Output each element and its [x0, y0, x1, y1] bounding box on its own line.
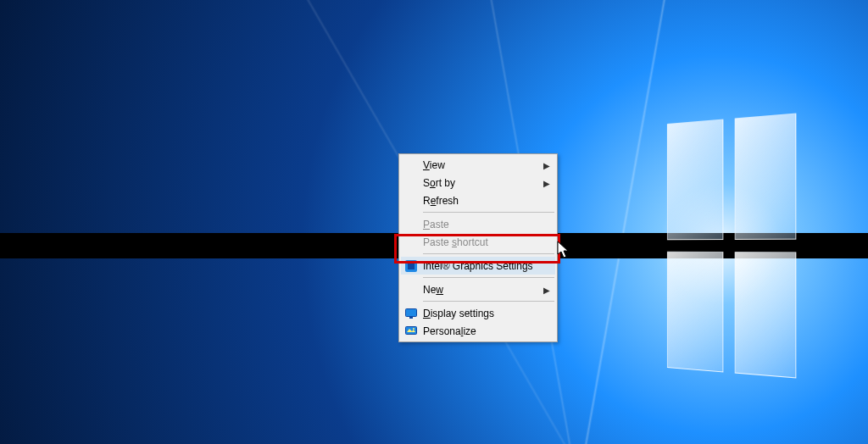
mouse-cursor-icon: [557, 241, 570, 259]
desktop[interactable]: View▶Sort by▶RefreshPastePaste shortcutI…: [0, 0, 868, 444]
desktop-context-menu: View▶Sort by▶RefreshPastePaste shortcutI…: [398, 153, 558, 342]
svg-rect-1: [408, 263, 415, 269]
menu-item-label: New: [423, 284, 540, 296]
menu-item-label: Refresh: [423, 195, 540, 207]
menu-separator: [423, 301, 554, 302]
menu-item-label: Paste shortcut: [423, 236, 540, 248]
menu-separator: [423, 212, 554, 213]
menu-item-label: Sort by: [423, 177, 540, 189]
personalize-icon: [404, 325, 418, 338]
menu-item-label: Personalize: [423, 325, 540, 337]
svg-rect-2: [406, 308, 417, 316]
menu-separator: [423, 253, 554, 254]
svg-rect-3: [409, 317, 413, 319]
menu-item-label: View: [423, 159, 540, 171]
menu-item-intel-graphics[interactable]: Intel® Graphics Settings: [401, 257, 555, 275]
menu-item-personalize[interactable]: Personalize: [401, 322, 555, 340]
menu-item-label: Display settings: [423, 308, 540, 319]
menu-item-label: Intel® Graphics Settings: [423, 260, 540, 272]
menu-item-sort-by[interactable]: Sort by▶: [401, 174, 555, 191]
menu-separator: [423, 277, 554, 278]
menu-item-display-settings[interactable]: Display settings: [401, 304, 555, 322]
windows-logo: [667, 114, 796, 379]
menu-item-view[interactable]: View▶: [401, 156, 555, 174]
display-icon: [404, 307, 418, 320]
intel-icon: [404, 259, 418, 273]
submenu-arrow-icon: ▶: [543, 160, 550, 169]
submenu-arrow-icon: ▶: [543, 178, 550, 187]
submenu-arrow-icon: ▶: [543, 285, 550, 294]
menu-item-paste-shortcut: Paste shortcut: [401, 233, 555, 251]
menu-item-new[interactable]: New▶: [401, 280, 555, 298]
menu-item-label: Paste: [423, 219, 540, 230]
svg-point-5: [413, 328, 415, 330]
menu-item-refresh[interactable]: Refresh: [401, 191, 555, 209]
menu-item-paste: Paste: [401, 215, 555, 233]
